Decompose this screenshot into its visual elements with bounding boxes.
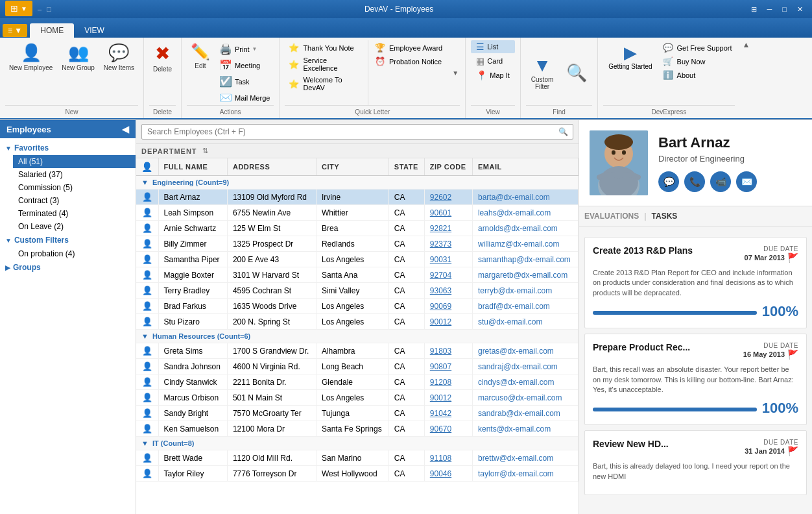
favorites-section-header[interactable]: ▼ Favorites: [0, 141, 136, 155]
cell-zip[interactable]: 91803: [424, 343, 472, 359]
tasks-tab[interactable]: TASKS: [652, 212, 678, 221]
cell-zip[interactable]: 91108: [424, 450, 472, 466]
table-row[interactable]: 👤 Sandy Bright 7570 McGroarty Ter Tujung…: [136, 406, 579, 421]
cell-zip[interactable]: 90069: [424, 299, 472, 314]
table-row[interactable]: 👤 Cindy Stanwick 2211 Bonita Dr. Glendal…: [136, 374, 579, 390]
cell-email[interactable]: sandrab@dx-email.com: [472, 406, 578, 421]
table-row[interactable]: 👤 Terry Bradley 4595 Cochran St Simi Val…: [136, 283, 579, 299]
card-view-button[interactable]: ▦ Card: [471, 55, 515, 67]
table-row[interactable]: 👤 Sandra Johnson 4600 N Virginia Rd. Lon…: [136, 359, 579, 374]
cell-email[interactable]: margaretb@dx-email.com: [472, 267, 578, 283]
dept-sort-btn[interactable]: ⇅: [202, 147, 208, 155]
table-row[interactable]: 👤 Stu Pizaro 200 N. Spring St Los Angele…: [136, 314, 579, 330]
cell-email[interactable]: marcuso@dx-email.com: [472, 390, 578, 406]
cell-zip[interactable]: 90670: [424, 421, 472, 437]
cell-zip[interactable]: 90046: [424, 466, 472, 482]
sidebar-item-salaried[interactable]: Salaried (37): [13, 168, 136, 181]
buy-now-button[interactable]: 🛒 Buy Now: [660, 55, 735, 67]
sidebar-collapse-btn[interactable]: ◀: [122, 124, 129, 134]
table-row[interactable]: 👤 Brett Wade 1120 Old Mill Rd. San Marin…: [136, 450, 579, 466]
ribbon-collapse-btn[interactable]: ▲: [743, 40, 750, 49]
groups-section-header[interactable]: ▶ Groups: [0, 260, 136, 275]
col-icon[interactable]: 👤: [136, 158, 158, 176]
app-menu-btn[interactable]: ≡ ▼: [3, 24, 27, 37]
mail-merge-button[interactable]: ✉️ Mail Merge: [215, 90, 274, 105]
table-row[interactable]: 👤 Leah Simpson 6755 Newlin Ave Whittier …: [136, 205, 579, 221]
cell-zip[interactable]: 92704: [424, 267, 472, 283]
cell-email[interactable]: kents@dx-email.com: [472, 421, 578, 437]
delete-button[interactable]: ✖ Delete: [149, 40, 176, 75]
col-address[interactable]: ADDRESS: [227, 158, 316, 176]
table-row[interactable]: 👤 Greta Sims 1700 S Grandview Dr. Alhamb…: [136, 343, 579, 359]
dept-row-2[interactable]: ▼ IT (Count=8): [136, 437, 579, 450]
message-action-btn[interactable]: 💬: [658, 171, 679, 192]
cell-email[interactable]: samanthap@dx-email.com: [472, 252, 578, 267]
thank-you-note-button[interactable]: ⭐ Thank You Note: [285, 42, 364, 54]
cell-email[interactable]: bradf@dx-email.com: [472, 299, 578, 314]
cell-zip[interactable]: 92602: [424, 190, 472, 205]
sidebar-item-on-probation[interactable]: On probation (4): [13, 247, 136, 260]
cell-zip[interactable]: 91042: [424, 406, 472, 421]
cell-zip[interactable]: 90601: [424, 205, 472, 221]
table-row[interactable]: 👤 Samantha Piper 200 E Ave 43 Los Angele…: [136, 252, 579, 267]
call-action-btn[interactable]: 📞: [684, 171, 705, 192]
window-controls[interactable]: ⊞ ─ □ ✕: [747, 4, 807, 15]
video-action-btn[interactable]: 📹: [710, 171, 731, 192]
table-row[interactable]: 👤 Taylor Riley 7776 Torreyson Dr West Ho…: [136, 466, 579, 482]
find-button[interactable]: 🔍: [561, 60, 592, 86]
cell-zip[interactable]: 90012: [424, 390, 472, 406]
cell-zip[interactable]: 91208: [424, 374, 472, 390]
col-state[interactable]: STATE: [388, 158, 424, 176]
table-row[interactable]: 👤 Brad Farkus 1635 Woods Drive Los Angel…: [136, 299, 579, 314]
cell-email[interactable]: williamz@dx-email.com: [472, 236, 578, 252]
table-row[interactable]: 👤 Billy Zimmer 1325 Prospect Dr Redlands…: [136, 236, 579, 252]
custom-filters-section-header[interactable]: ▼ Custom Filters: [0, 233, 136, 247]
cell-zip[interactable]: 90031: [424, 252, 472, 267]
cell-email[interactable]: brettw@dx-email.com: [472, 450, 578, 466]
cell-zip[interactable]: 92821: [424, 221, 472, 236]
map-it-button[interactable]: 📍 Map It: [471, 69, 515, 82]
table-row[interactable]: 👤 Bart Arnaz 13109 Old Myford Rd Irvine …: [136, 190, 579, 205]
table-row[interactable]: 👤 Arnie Schwartz 125 W Elm St Brea CA 92…: [136, 221, 579, 236]
new-group-button[interactable]: 👥 New Group: [58, 40, 99, 74]
cell-zip[interactable]: 90012: [424, 314, 472, 330]
cell-email[interactable]: barta@dx-email.com: [472, 190, 578, 205]
cell-email[interactable]: gretas@dx-email.com: [472, 343, 578, 359]
getting-started-button[interactable]: ▶ Getting Started: [603, 40, 657, 105]
col-city[interactable]: CITY: [316, 158, 388, 176]
tab-view[interactable]: VIEW: [74, 23, 115, 38]
task-button[interactable]: ☑️ Task: [215, 74, 274, 89]
employee-award-button[interactable]: 🏆 Employee Award: [371, 42, 451, 54]
print-button[interactable]: 🖨️ Print ▼: [215, 42, 274, 56]
cell-email[interactable]: sandraj@dx-email.com: [472, 359, 578, 374]
minimize-btn[interactable]: ─: [763, 4, 776, 15]
sidebar-item-terminated[interactable]: Terminated (4): [13, 207, 136, 220]
col-zipcode[interactable]: ZIP CODE: [424, 158, 472, 176]
meeting-button[interactable]: 📅 Meeting: [215, 58, 274, 73]
new-employee-button[interactable]: 👤 New Employee: [5, 40, 56, 74]
cell-email[interactable]: arnolds@dx-email.com: [472, 221, 578, 236]
app-button[interactable]: ⊞ ▼: [5, 1, 32, 16]
email-action-btn[interactable]: ✉️: [736, 171, 757, 192]
cell-zip[interactable]: 92373: [424, 236, 472, 252]
probation-notice-button[interactable]: ⏰ Probation Notice: [371, 55, 451, 67]
maximize-btn[interactable]: □: [778, 4, 791, 15]
evaluations-tab[interactable]: EVALUATIONS: [584, 212, 639, 221]
col-email[interactable]: EMAIL: [472, 158, 578, 176]
new-items-button[interactable]: 💬 New Items: [100, 40, 138, 74]
sidebar-item-contract[interactable]: Contract (3): [13, 194, 136, 207]
col-fullname[interactable]: FULL NAME: [158, 158, 227, 176]
welcome-devav-button[interactable]: ⭐ Welcome To DevAV: [285, 75, 364, 93]
cell-email[interactable]: taylorr@dx-email.com: [472, 466, 578, 482]
cell-email[interactable]: terryb@dx-email.com: [472, 283, 578, 299]
close-btn[interactable]: ✕: [793, 4, 807, 15]
dept-row-0[interactable]: ▼ Engineering (Count=9): [136, 176, 579, 190]
sidebar-item-commission[interactable]: Commission (5): [13, 181, 136, 194]
restore-btn[interactable]: ⊞: [747, 4, 761, 15]
list-view-button[interactable]: ☰ List: [471, 40, 515, 53]
table-row[interactable]: 👤 Marcus Orbison 501 N Main St Los Angel…: [136, 390, 579, 406]
cell-zip[interactable]: 90807: [424, 359, 472, 374]
quick-letter-dropdown[interactable]: ▼: [452, 69, 459, 77]
tab-home[interactable]: HOME: [30, 23, 74, 38]
sidebar-item-on-leave[interactable]: On Leave (2): [13, 220, 136, 233]
